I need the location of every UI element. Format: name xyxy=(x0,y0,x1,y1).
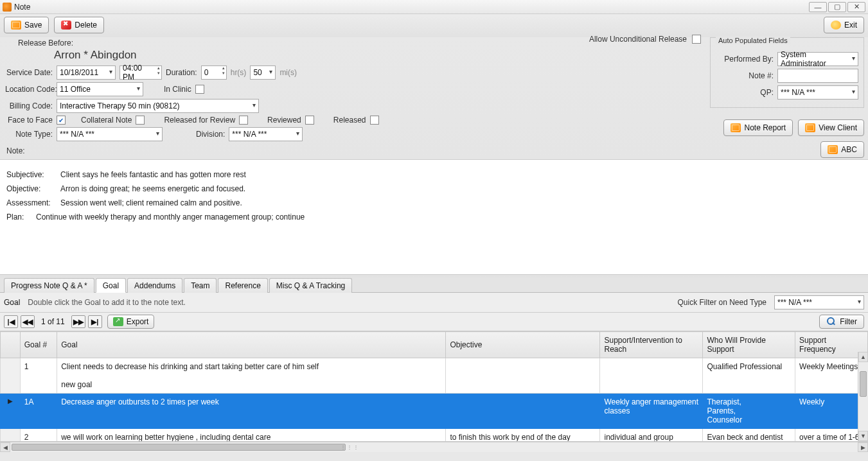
duration-hours-field[interactable]: 0 xyxy=(201,65,227,80)
note-type-select[interactable]: *** N/A *** xyxy=(57,127,163,141)
goal-nav-bar: |◀ ◀◀ 1 of 11 ▶▶ ▶| Export Filter xyxy=(0,313,868,331)
performed-by-select[interactable]: System Administrator xyxy=(777,52,858,66)
tab-goal[interactable]: Goal xyxy=(96,278,126,293)
cell-objective[interactable] xyxy=(446,394,600,429)
cell-num[interactable]: 1A xyxy=(20,394,57,429)
face-to-face-label: Face to Face xyxy=(5,116,53,125)
cell-who[interactable]: Evan beck and dentist Dr. Soanso xyxy=(703,429,795,442)
delete-button[interactable]: Delete xyxy=(54,17,104,33)
collateral-note-checkbox[interactable] xyxy=(136,116,145,125)
cell-objective[interactable]: to finish this work by end of the day xyxy=(446,429,600,442)
row-indicator[interactable] xyxy=(1,394,21,429)
reviewed-label: Reviewed xyxy=(267,116,301,125)
save-button[interactable]: Save xyxy=(4,17,49,33)
goal-table[interactable]: Goal # Goal Objective Support/Interventi… xyxy=(0,331,868,442)
nav-first-button[interactable]: |◀ xyxy=(4,315,18,328)
reviewed-checkbox[interactable] xyxy=(305,116,314,125)
abc-button[interactable]: ABC xyxy=(820,141,864,158)
scroll-left-icon[interactable]: ◀ xyxy=(0,442,10,452)
cell-objective[interactable] xyxy=(446,358,600,394)
hrs-label: hr(s) xyxy=(231,68,247,77)
cell-num[interactable]: 1 xyxy=(20,358,57,394)
tab-reference[interactable]: Reference xyxy=(218,278,267,293)
table-row[interactable]: 1ADecrease anger outbursts to 2 times pe… xyxy=(1,394,868,429)
col-who[interactable]: Who Will Provide Support xyxy=(703,332,795,358)
save-icon xyxy=(11,21,21,30)
service-date-label: Service Date: xyxy=(5,68,53,77)
goal-table-wrap: Goal # Goal Objective Support/Interventi… xyxy=(0,331,868,442)
filter-button[interactable]: Filter xyxy=(819,315,864,329)
nav-last-button[interactable]: ▶| xyxy=(88,315,102,328)
view-client-label: View Client xyxy=(819,123,857,132)
qp-select[interactable]: *** N/A *** xyxy=(777,85,858,100)
hscroll-thumb[interactable] xyxy=(12,444,346,451)
cell-support[interactable]: individual and group couseling xyxy=(600,429,703,442)
tab-addendums[interactable]: Addendums xyxy=(127,278,182,293)
service-date-picker[interactable]: 10/18/2011 xyxy=(57,65,116,80)
auto-populated-fieldset: Auto Populated Fields Performed By: Syst… xyxy=(710,37,864,108)
row-indicator[interactable] xyxy=(1,358,21,394)
quick-filter-select[interactable]: *** N/A *** xyxy=(774,295,864,309)
exit-icon xyxy=(831,21,841,30)
close-window-button[interactable]: ✕ xyxy=(847,2,865,12)
nav-prev-button[interactable]: ◀◀ xyxy=(21,315,35,328)
maximize-button[interactable]: ▢ xyxy=(828,2,846,12)
cell-support[interactable]: Weekly anger management classes xyxy=(600,394,703,429)
table-row[interactable]: 1Client needs to decrease his drinking a… xyxy=(1,358,868,394)
released-for-review-checkbox[interactable] xyxy=(239,116,248,125)
vertical-scrollbar[interactable]: ▲ ▼ xyxy=(858,352,868,441)
scroll-thumb[interactable] xyxy=(860,371,867,397)
duration-mins-field[interactable]: 50 xyxy=(250,65,276,80)
col-freq[interactable]: Support Frequency xyxy=(795,332,868,358)
col-goal-num[interactable]: Goal # xyxy=(20,332,57,358)
note-report-button[interactable]: Note Report xyxy=(723,119,793,136)
cell-support[interactable] xyxy=(600,358,703,394)
cell-who[interactable]: Therapist, Parents, Counselor xyxy=(703,394,795,429)
scroll-down-icon[interactable]: ▼ xyxy=(858,431,868,441)
scroll-up-icon[interactable]: ▲ xyxy=(858,352,868,362)
cell-freq[interactable]: over a time of 1-6 months individual and… xyxy=(795,429,868,442)
col-objective[interactable]: Objective xyxy=(446,332,600,358)
goal-control-bar: Goal Double click the Goal to add it to … xyxy=(0,293,868,313)
cell-num[interactable]: 2 xyxy=(20,429,57,442)
goal-hint: Double click the Goal to add it to the n… xyxy=(28,298,185,307)
col-support[interactable]: Support/Intervention to Reach xyxy=(600,332,703,358)
exit-button[interactable]: Exit xyxy=(824,17,864,33)
cell-who[interactable]: Qualified Professional xyxy=(703,358,795,394)
scroll-right-icon[interactable]: ▶ xyxy=(858,442,868,452)
horizontal-scrollbar[interactable]: ◀ ⋮⋮⋮ ▶ xyxy=(0,442,868,452)
assessment-label: Assessment: xyxy=(6,198,53,207)
filter-label: Filter xyxy=(840,317,857,326)
tab-progress-note[interactable]: Progress Note Q & A * xyxy=(4,278,94,293)
cell-freq[interactable]: Weekly Meetings xyxy=(795,358,868,394)
tab-team[interactable]: Team xyxy=(184,278,217,293)
save-label: Save xyxy=(24,21,42,30)
released-checkbox[interactable] xyxy=(370,116,379,125)
note-type-label: Note Type: xyxy=(5,130,53,139)
cell-goal[interactable]: Decrease anger outbursts to 2 times per … xyxy=(57,394,446,429)
row-indicator[interactable] xyxy=(1,429,21,442)
billing-code-select[interactable]: Interactive Therapy 50 min (90812) xyxy=(57,99,259,113)
view-client-button[interactable]: View Client xyxy=(798,119,864,136)
export-button[interactable]: Export xyxy=(107,315,155,329)
cell-goal[interactable]: Client needs to decrease his drinking an… xyxy=(57,358,446,394)
cell-goal[interactable]: we will work on learning better hygiene … xyxy=(57,429,446,442)
col-goal[interactable]: Goal xyxy=(57,332,446,358)
released-for-review-label: Released for Review xyxy=(164,116,235,125)
abc-label: ABC xyxy=(841,145,857,154)
division-select[interactable]: *** N/A *** xyxy=(229,127,303,141)
in-clinic-checkbox[interactable] xyxy=(195,85,204,94)
service-time-field[interactable]: 04:00 PM xyxy=(120,65,162,80)
tab-misc-tracking[interactable]: Misc Q & A Tracking xyxy=(269,278,352,293)
allow-unconditional-checkbox[interactable] xyxy=(692,35,701,44)
allow-unconditional-release: Allow Unconditional Release xyxy=(589,35,701,44)
note-num-field[interactable] xyxy=(777,69,858,83)
auto-populated-legend: Auto Populated Fields xyxy=(716,37,790,44)
face-to-face-checkbox[interactable]: ✔ xyxy=(57,116,66,125)
nav-next-button[interactable]: ▶▶ xyxy=(71,315,85,328)
note-body[interactable]: Subjective: Client says he feels fantast… xyxy=(0,159,868,275)
location-code-select[interactable]: 11 Office xyxy=(57,82,143,96)
minimize-button[interactable]: — xyxy=(809,2,827,12)
table-row[interactable]: 2we will work on learning better hygiene… xyxy=(1,429,868,442)
cell-freq[interactable]: Weekly xyxy=(795,394,868,429)
